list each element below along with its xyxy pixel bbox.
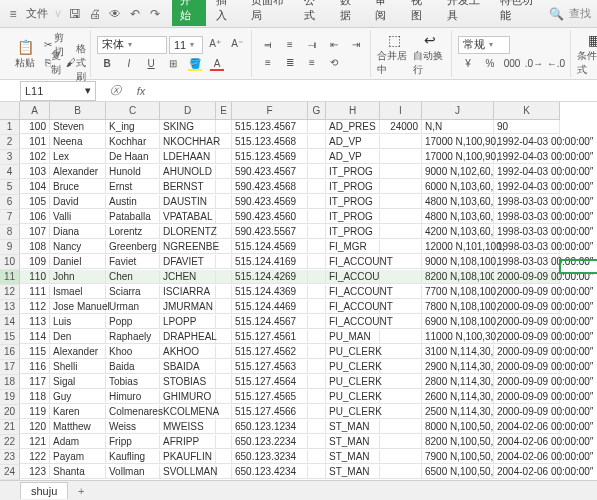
cell[interactable]: PU_MAN bbox=[326, 330, 380, 344]
redo-icon[interactable]: ↷ bbox=[148, 7, 162, 21]
cell[interactable]: Lex bbox=[50, 150, 106, 164]
cell[interactable]: DRAPHEAL bbox=[160, 330, 216, 344]
cell[interactable] bbox=[308, 195, 326, 209]
cell[interactable]: 515.127.4564 bbox=[232, 375, 308, 389]
cell[interactable]: Alexander bbox=[50, 345, 106, 359]
cell[interactable]: Neena bbox=[50, 135, 106, 149]
cell[interactable] bbox=[380, 450, 422, 464]
cell[interactable]: N,N bbox=[422, 120, 494, 134]
cell[interactable]: 590.423.5567 bbox=[232, 225, 308, 239]
cell[interactable] bbox=[380, 465, 422, 479]
row-header[interactable]: 14 bbox=[0, 315, 20, 330]
row-header[interactable]: 7 bbox=[0, 210, 20, 225]
cell[interactable]: 122 bbox=[20, 450, 50, 464]
cell[interactable]: 121 bbox=[20, 435, 50, 449]
search-icon[interactable]: 🔍 bbox=[549, 7, 563, 21]
cell[interactable] bbox=[308, 225, 326, 239]
cell[interactable]: David bbox=[50, 195, 106, 209]
print-icon[interactable]: 🖨 bbox=[88, 7, 102, 21]
cell[interactable]: 515.123.4567 bbox=[232, 120, 308, 134]
cell[interactable]: 100 bbox=[20, 120, 50, 134]
cell[interactable]: ST_MAN bbox=[326, 435, 380, 449]
font-combo[interactable]: 宋体▾ bbox=[97, 36, 167, 54]
cell[interactable]: 6000 N,103,60, bbox=[422, 180, 494, 194]
percent-button[interactable]: % bbox=[480, 56, 500, 72]
cell[interactable] bbox=[308, 420, 326, 434]
column-header[interactable]: D bbox=[160, 102, 216, 120]
cell[interactable]: 515.127.4561 bbox=[232, 330, 308, 344]
cell[interactable] bbox=[308, 315, 326, 329]
save-icon[interactable]: 🖫 bbox=[68, 7, 82, 21]
cell[interactable]: GHIMURO bbox=[160, 390, 216, 404]
font-size-combo[interactable]: 11▾ bbox=[169, 36, 203, 54]
ribbon-tab[interactable]: 公式 bbox=[296, 0, 330, 26]
undo-icon[interactable]: ↶ bbox=[128, 7, 142, 21]
cell[interactable]: 113 bbox=[20, 315, 50, 329]
cell[interactable] bbox=[216, 270, 232, 284]
cell[interactable]: 590.423.4567 bbox=[232, 165, 308, 179]
cell[interactable] bbox=[308, 405, 326, 419]
italic-button[interactable]: I bbox=[119, 56, 139, 72]
cell[interactable] bbox=[308, 360, 326, 374]
cell[interactable]: Bruce bbox=[50, 180, 106, 194]
cell[interactable]: Pataballa bbox=[106, 210, 160, 224]
cell[interactable] bbox=[308, 240, 326, 254]
cell[interactable] bbox=[216, 300, 232, 314]
column-header[interactable]: B bbox=[50, 102, 106, 120]
font-color-button[interactable]: A bbox=[207, 56, 227, 72]
cell[interactable] bbox=[216, 255, 232, 269]
cell[interactable] bbox=[308, 165, 326, 179]
cell[interactable]: 650.123.1234 bbox=[232, 420, 308, 434]
ribbon-tab[interactable]: 视图 bbox=[403, 0, 437, 26]
cell[interactable]: 515.127.4566 bbox=[232, 405, 308, 419]
cell[interactable]: 90 bbox=[494, 120, 560, 134]
column-header[interactable]: C bbox=[106, 102, 160, 120]
comma-button[interactable]: 000 bbox=[502, 56, 522, 72]
cell[interactable]: 1998-03-03 00:00:00″ bbox=[494, 225, 560, 239]
cell[interactable]: Ernst bbox=[106, 180, 160, 194]
cell[interactable]: 2000-09-09 00:00:00″ bbox=[494, 405, 560, 419]
cell[interactable]: 515.127.4563 bbox=[232, 360, 308, 374]
cell[interactable]: 1992-04-03 00:00:00″ bbox=[494, 165, 560, 179]
cell[interactable] bbox=[380, 225, 422, 239]
cell[interactable]: IT_PROG bbox=[326, 165, 380, 179]
row-header[interactable]: 22 bbox=[0, 435, 20, 450]
cell[interactable]: DFAVIET bbox=[160, 255, 216, 269]
cell[interactable]: PU_CLERK bbox=[326, 375, 380, 389]
align-top-button[interactable]: ⫤ bbox=[258, 37, 278, 53]
cell[interactable] bbox=[216, 360, 232, 374]
row-header[interactable]: 1 bbox=[0, 120, 20, 135]
number-format-combo[interactable]: 常规▾ bbox=[458, 36, 510, 54]
cell[interactable]: IT_PROG bbox=[326, 180, 380, 194]
cell[interactable] bbox=[308, 285, 326, 299]
cell[interactable]: PU_CLERK bbox=[326, 345, 380, 359]
cell[interactable] bbox=[308, 255, 326, 269]
ribbon-tab[interactable]: 开始 bbox=[172, 0, 206, 26]
cell[interactable]: FI_MGR bbox=[326, 240, 380, 254]
row-header[interactable]: 4 bbox=[0, 165, 20, 180]
cell[interactable]: 515.123.4568 bbox=[232, 135, 308, 149]
underline-button[interactable]: U bbox=[141, 56, 161, 72]
cell[interactable] bbox=[216, 180, 232, 194]
cell[interactable] bbox=[216, 150, 232, 164]
cell[interactable]: K_ing bbox=[106, 120, 160, 134]
decrease-font-button[interactable]: A⁻ bbox=[227, 36, 247, 52]
cell[interactable]: 515.124.4269 bbox=[232, 270, 308, 284]
column-header[interactable]: G bbox=[308, 102, 326, 120]
cell[interactable]: Khoo bbox=[106, 345, 160, 359]
cell[interactable]: Faviet bbox=[106, 255, 160, 269]
cell[interactable]: 515.124.4369 bbox=[232, 285, 308, 299]
cell[interactable]: 1998-03-03 00:00:00″ bbox=[494, 195, 560, 209]
cell[interactable]: Steven bbox=[50, 120, 106, 134]
cell[interactable] bbox=[308, 210, 326, 224]
cell[interactable] bbox=[380, 195, 422, 209]
cell[interactable]: 9000 N,108,100, bbox=[422, 255, 494, 269]
cell[interactable]: 515.124.4569 bbox=[232, 240, 308, 254]
row-header[interactable]: 2 bbox=[0, 135, 20, 150]
cell[interactable]: Fripp bbox=[106, 435, 160, 449]
cell[interactable]: ISCIARRA bbox=[160, 285, 216, 299]
cell[interactable]: FI_ACCOUNT bbox=[326, 285, 380, 299]
cell[interactable] bbox=[308, 135, 326, 149]
cell[interactable]: ST_MAN bbox=[326, 450, 380, 464]
cell[interactable]: MWEISS bbox=[160, 420, 216, 434]
